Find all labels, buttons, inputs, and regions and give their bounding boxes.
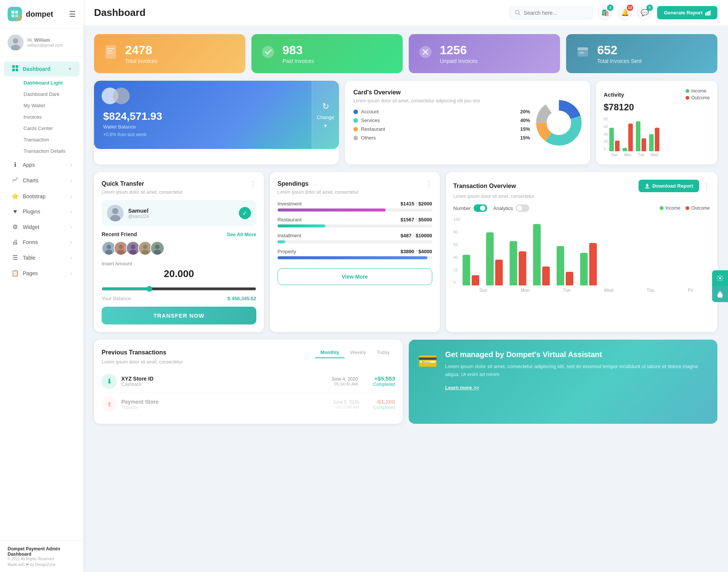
- chevron-right-icon: ›: [71, 163, 72, 167]
- tab-weekly[interactable]: Weekly: [345, 347, 371, 358]
- x-label-sun: Sun: [609, 153, 620, 157]
- qt-balance-value: $ 456,345.62: [228, 296, 256, 301]
- tab-today[interactable]: Today: [371, 347, 395, 358]
- table-row-2: ⬆ Payment Store Transfer June 5, 2020 09…: [102, 393, 395, 416]
- sidebar-item-dashboard-light[interactable]: Dashboard Light: [4, 77, 80, 88]
- va-title: Get managed by Dompet's Virtual Assistan…: [445, 350, 708, 359]
- to-legend-income: Income: [660, 205, 680, 211]
- chevron-right-icon-2: ›: [71, 178, 72, 183]
- wallet-change: +0.8% than last week: [103, 132, 303, 137]
- others-dot: [353, 136, 358, 140]
- hamburger-icon[interactable]: ☰: [69, 9, 76, 19]
- to-tue-outcome: [519, 251, 526, 285]
- toggle-number-switch[interactable]: [474, 204, 487, 212]
- qt-user-handle: @sam224: [128, 214, 149, 219]
- qt-amount-slider[interactable]: [102, 286, 256, 292]
- download-icon: [645, 183, 650, 189]
- footer-title: Dompet Payment Admin Dashboard: [8, 546, 76, 557]
- tx-date-2: June 5, 2020: [333, 400, 359, 405]
- stat-label-sent: Total Invoices Sent: [597, 58, 642, 64]
- to-title: Transaction Overview: [453, 183, 635, 190]
- to-wed-outcome: [542, 266, 550, 285]
- sp-item-investment: Investment $1415 / $2000: [278, 201, 432, 212]
- toggle-number-group: Number: [453, 204, 487, 212]
- card-overview-left: Card's Overview Lorem ipsum dolor sit am…: [353, 89, 530, 156]
- qt-amount-label: Insert Amount: [102, 261, 256, 266]
- sp-item-header-property: Property $3890 / $4000: [278, 249, 432, 254]
- sidebar-item-dashboard[interactable]: Dashboard ▼: [4, 61, 80, 77]
- bar-chart-icon: [705, 10, 711, 16]
- topbar: Dashboard 🛍️ 2 🔔 12 💬 5 Generate Report: [83, 0, 728, 26]
- water-drop-side-button[interactable]: [712, 286, 728, 302]
- settings-icon: [717, 275, 723, 282]
- settings-side-button[interactable]: [712, 270, 728, 286]
- virtual-assistant-card: 💳 Get managed by Dompet's Virtual Assist…: [409, 340, 717, 424]
- quick-transfer-card: Quick Transfer ⋮ Lorem ipsum dolor sit a…: [94, 172, 264, 332]
- qt-menu-icon[interactable]: ⋮: [249, 180, 256, 188]
- chevron-down-icon-wallet: ▼: [323, 123, 328, 129]
- sidebar-item-plugins[interactable]: ♥ Plugins ›: [4, 204, 80, 219]
- svg-point-43: [131, 245, 135, 249]
- va-learn-more-link[interactable]: Learn more >>: [445, 385, 479, 390]
- wallet-balance-value: $824,571.93: [103, 110, 303, 122]
- sidebar-item-label-charts: Charts: [23, 177, 38, 183]
- download-report-button[interactable]: Download Report: [639, 180, 699, 192]
- legend-item-income: Income: [686, 88, 710, 94]
- sidebar-item-cards-center[interactable]: Cards Center: [4, 123, 80, 134]
- sidebar-item-transaction-details[interactable]: Transaction Details: [4, 146, 80, 157]
- generate-report-button[interactable]: Generate Report: [657, 6, 717, 19]
- sidebar-item-charts[interactable]: Charts ›: [4, 173, 80, 188]
- qt-user-name: Samuel: [128, 207, 149, 214]
- outcome-dot: [686, 96, 689, 100]
- sidebar-item-table[interactable]: ☰ Table ›: [4, 250, 80, 265]
- total-sent-icon: [574, 44, 591, 64]
- qt-balance-row: Your Balance $ 456,345.62: [102, 296, 256, 301]
- search-box[interactable]: [509, 6, 593, 19]
- bar-mon-outcome: [628, 124, 633, 151]
- to-bars: [463, 217, 710, 285]
- sidebar-item-invoices[interactable]: Invoices: [4, 111, 80, 122]
- sidebar-item-widget[interactable]: ⚙ Widget ›: [4, 219, 80, 234]
- to-toggles-row: Number Analytics Income: [453, 204, 710, 212]
- tab-monthly[interactable]: Monthly: [315, 347, 345, 358]
- sidebar-item-bootstrap[interactable]: ⭐ Bootstrap ›: [4, 189, 80, 204]
- sidebar-item-label-bootstrap: Bootstrap: [23, 193, 46, 199]
- sidebar-item-my-wallet[interactable]: My Wallet: [4, 100, 80, 111]
- prev-tx-title: Previous Transactions: [102, 349, 315, 356]
- to-thu-outcome: [566, 272, 573, 285]
- va-description: Lorem ipsum dolor sit amet, consectetur …: [445, 363, 708, 379]
- svg-rect-16: [710, 10, 711, 16]
- to-menu-icon[interactable]: ⋮: [703, 182, 710, 190]
- svg-point-49: [155, 245, 159, 249]
- sp-item-header-installment: Installment $487 / $10000: [278, 233, 432, 238]
- svg-point-38: [105, 250, 113, 255]
- spendings-card: Spendings ⋮ Lorem ipsum dolor sit amet, …: [270, 172, 440, 332]
- wallet-change-button[interactable]: ↻ Change ▼: [312, 81, 339, 149]
- sp-name-restaurant: Restaurant: [278, 217, 302, 223]
- bar-group-tue: [636, 121, 646, 151]
- sidebar-item-transaction[interactable]: Transaction: [4, 134, 80, 145]
- bell-btn[interactable]: 🔔 12: [618, 6, 632, 20]
- sp-menu-icon[interactable]: ⋮: [425, 180, 432, 188]
- transfer-now-button[interactable]: TRANSFER NOW: [102, 307, 256, 324]
- view-more-button[interactable]: View More: [278, 268, 432, 285]
- toggle-analytics-switch[interactable]: [516, 204, 529, 212]
- chat-btn[interactable]: 💬 5: [637, 6, 652, 20]
- svg-rect-51: [645, 188, 650, 188]
- friend-avatar-5[interactable]: [150, 241, 165, 255]
- qt-see-all[interactable]: See All More: [227, 232, 256, 237]
- sidebar-item-forms[interactable]: 🖨 Forms ›: [4, 235, 80, 249]
- to-chart: Sun Mon Tue Wed Thu Fri: [463, 217, 710, 293]
- sidebar-item-dashboard-dark[interactable]: Dashboard Dark: [4, 89, 80, 100]
- tx-amount-2: -$1,200: [376, 398, 395, 405]
- sidebar-item-pages[interactable]: 📋 Pages ›: [4, 266, 80, 281]
- shopping-bag-btn[interactable]: 🛍️ 2: [598, 6, 612, 20]
- ov-pct-others: 15%: [520, 135, 530, 141]
- sp-bar-restaurant: [278, 224, 325, 227]
- qt-user-box: Samuel @sam224 ✓: [102, 200, 256, 226]
- svg-rect-14: [707, 12, 708, 16]
- search-input[interactable]: [524, 10, 584, 16]
- sidebar-item-apps[interactable]: ℹ Apps ›: [4, 157, 80, 172]
- to-tue-income: [510, 241, 517, 285]
- chevron-right-icon-3: ›: [71, 194, 72, 199]
